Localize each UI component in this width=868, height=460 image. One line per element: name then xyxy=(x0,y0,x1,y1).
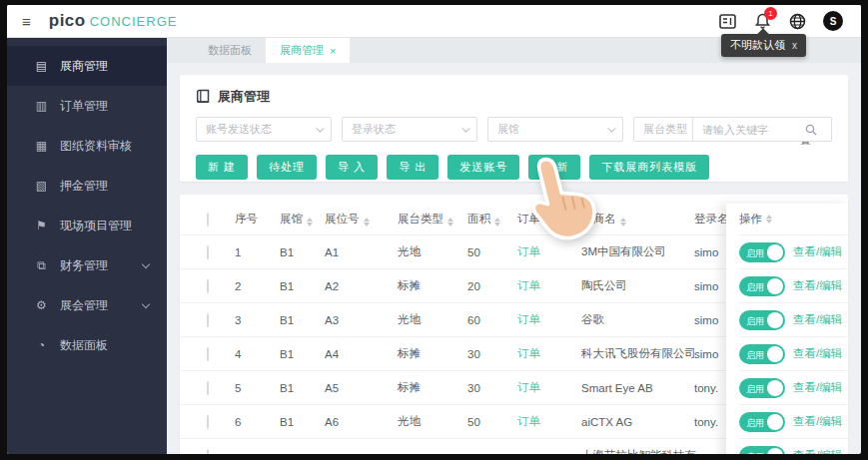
app-window: ≡ pico CONCIERGE 1 S 不明款认领 x ▤ xyxy=(7,5,861,454)
view-edit-link[interactable]: 查看/编辑 xyxy=(793,312,842,327)
view-edit-link[interactable]: 查看/编辑 xyxy=(793,414,842,429)
cell-area: 30 xyxy=(467,382,517,394)
refresh-button[interactable]: 刷 新 xyxy=(528,155,580,180)
import-button[interactable]: 导 入 xyxy=(326,155,378,180)
cell-area: 50 xyxy=(467,416,517,428)
view-edit-link[interactable]: 查看/编辑 xyxy=(793,380,842,395)
user-avatar[interactable]: S xyxy=(823,11,843,31)
sort-icon[interactable] xyxy=(620,218,626,227)
chevron-down-icon xyxy=(607,124,615,132)
col-header-booth[interactable]: 展位号 xyxy=(325,212,398,227)
sidebar-item-label: 财务管理 xyxy=(60,257,108,274)
sort-icon[interactable] xyxy=(494,218,500,227)
notification-bell-icon[interactable]: 1 xyxy=(753,12,771,30)
cell-area: 20 xyxy=(467,280,517,292)
cell-company: 3M中国有限公司 xyxy=(581,244,694,259)
filter-account-send-status[interactable]: 账号发送状态 xyxy=(196,117,332,142)
sort-icon[interactable] xyxy=(447,218,453,227)
cell-no: 2 xyxy=(235,280,280,292)
sidebar-item-order-mgmt[interactable]: ▥ 订单管理 xyxy=(7,86,167,126)
cell-hall: B1 xyxy=(280,382,325,394)
exhibitor-table-panel: 序号 展馆 展位号 展台类型 面积 订单 展商名 登录名 1 B1 A1 光地 … xyxy=(180,195,848,454)
logo-text-concierge: CONCIERGE xyxy=(90,14,178,29)
cell-type: 光地 xyxy=(398,312,467,327)
sort-icon[interactable] xyxy=(544,218,550,227)
col-header-area[interactable]: 面积 xyxy=(467,212,517,227)
row-checkbox[interactable] xyxy=(207,381,209,395)
toggle-knob xyxy=(767,414,783,430)
col-header-hall[interactable]: 展馆 xyxy=(280,212,325,227)
order-doc-icon: ▥ xyxy=(34,99,49,113)
enable-toggle[interactable]: 启用 xyxy=(739,242,785,262)
row-checkbox[interactable] xyxy=(207,449,209,455)
sidebar-item-deposit-mgmt[interactable]: ▧ 押金管理 xyxy=(7,166,167,206)
cell-company: Smart Eye AB xyxy=(581,382,694,394)
cell-company: 科大讯飞股份有限公司 xyxy=(581,346,694,361)
view-edit-link[interactable]: 查看/编辑 xyxy=(793,346,842,361)
download-template-button[interactable]: 下载展商列表模版 xyxy=(589,155,709,180)
cell-area: 50 xyxy=(467,246,517,258)
cell-area: 60 xyxy=(467,314,517,326)
order-link[interactable]: 订单 xyxy=(517,245,540,257)
sidebar-item-exhibition-mgmt[interactable]: ⚙ 展会管理 xyxy=(7,285,167,325)
sort-icon[interactable] xyxy=(364,218,370,227)
toggle-knob xyxy=(767,244,783,260)
col-header-no[interactable]: 序号 xyxy=(235,212,280,227)
row-checkbox[interactable] xyxy=(207,279,209,293)
search-input[interactable] xyxy=(693,124,805,136)
pending-button[interactable]: 待处理 xyxy=(257,155,317,180)
cell-type: 光地 xyxy=(398,244,467,259)
new-button[interactable]: 新 建 xyxy=(196,155,248,180)
view-edit-link[interactable]: 查看/编辑 xyxy=(793,278,842,293)
row-checkbox[interactable] xyxy=(207,415,209,429)
row-checkbox[interactable] xyxy=(207,347,209,361)
col-header-actions[interactable]: 操作 xyxy=(739,204,848,234)
sidebar-item-data-dashboard[interactable]: ◔ 数据面板 xyxy=(7,325,167,365)
enable-toggle[interactable]: 启用 xyxy=(739,446,785,455)
order-link[interactable]: 订单 xyxy=(517,381,540,393)
sidebar: ▤ 展商管理 ▥ 订单管理 ▦ 图纸资料审核 ▧ 押金管理 ⚑ 现场项目管理 ⧉… xyxy=(7,38,167,454)
export-button[interactable]: 导 出 xyxy=(387,155,438,180)
sidebar-item-label: 展会管理 xyxy=(60,297,108,314)
language-globe-icon[interactable] xyxy=(788,12,806,30)
col-header-type[interactable]: 展台类型 xyxy=(398,212,467,227)
sidebar-item-onsite-project-mgmt[interactable]: ⚑ 现场项目管理 xyxy=(7,206,167,245)
view-edit-link[interactable]: 查看/编辑 xyxy=(793,448,842,454)
col-header-order[interactable]: 订单 xyxy=(517,212,581,227)
gear-icon: ⚙ xyxy=(34,298,49,312)
enable-toggle[interactable]: 启用 xyxy=(739,310,785,330)
tab-exhibitor-mgmt[interactable]: 展商管理 × xyxy=(266,38,350,63)
hamburger-menu-icon[interactable]: ≡ xyxy=(22,13,31,30)
filter-placeholder: 账号发送状态 xyxy=(206,122,272,137)
search-icon[interactable] xyxy=(805,124,817,136)
sort-icon[interactable] xyxy=(766,215,772,224)
sidebar-item-finance-mgmt[interactable]: ⧉ 财务管理 xyxy=(7,245,167,285)
cell-company: 上海艾拉比智能科技有 xyxy=(581,448,694,454)
sort-icon[interactable] xyxy=(307,218,313,227)
tab-data-dashboard[interactable]: 数据面板 xyxy=(194,38,266,63)
order-link[interactable]: 订单 xyxy=(517,279,540,291)
row-checkbox[interactable] xyxy=(207,313,209,327)
send-account-button[interactable]: 发送账号 xyxy=(447,155,519,180)
actions-row: 启用 查看/编辑 xyxy=(739,370,848,404)
billing-card-icon[interactable] xyxy=(718,12,736,30)
tab-close-icon[interactable]: × xyxy=(330,45,336,57)
select-all-checkbox[interactable] xyxy=(207,213,209,227)
enable-toggle[interactable]: 启用 xyxy=(739,378,785,398)
filter-hall[interactable]: 展馆 xyxy=(487,117,623,142)
enable-toggle[interactable]: 启用 xyxy=(739,276,785,296)
cell-booth: A1 xyxy=(325,246,398,258)
row-checkbox[interactable] xyxy=(207,245,209,259)
order-link[interactable]: 订单 xyxy=(517,347,540,359)
view-edit-link[interactable]: 查看/编辑 xyxy=(793,244,842,259)
enable-toggle[interactable]: 启用 xyxy=(739,412,785,432)
col-header-company[interactable]: 展商名 xyxy=(581,212,694,227)
enable-toggle[interactable]: 启用 xyxy=(739,344,785,364)
sidebar-item-drawing-review[interactable]: ▦ 图纸资料审核 xyxy=(7,126,167,166)
order-link[interactable]: 订单 xyxy=(517,313,540,325)
order-link[interactable]: 订单 xyxy=(517,415,540,427)
sidebar-item-exhibitor-mgmt[interactable]: ▤ 展商管理 xyxy=(7,46,167,86)
filter-login-status[interactable]: 登录状态 xyxy=(342,117,477,142)
toggle-knob xyxy=(767,346,783,362)
tooltip-close-icon[interactable]: x xyxy=(792,40,797,51)
